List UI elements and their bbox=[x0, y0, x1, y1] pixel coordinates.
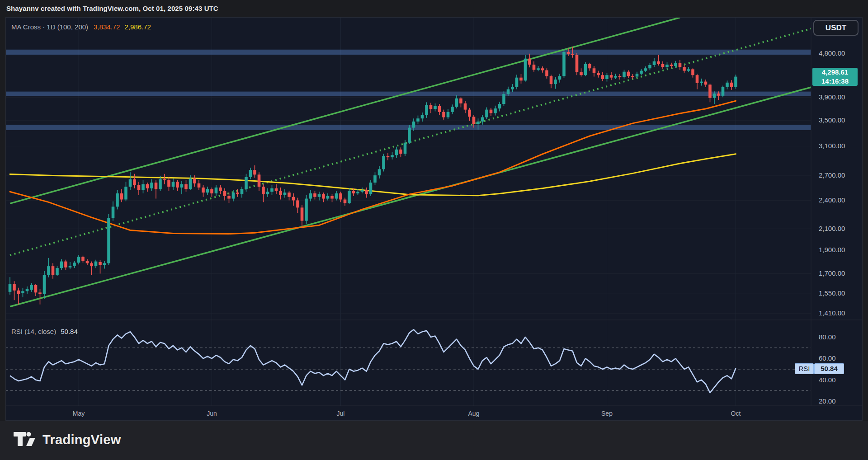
candle-body bbox=[726, 83, 729, 87]
candle bbox=[124, 182, 127, 201]
candle-body bbox=[696, 75, 699, 83]
candle-body bbox=[657, 61, 660, 64]
candle-body bbox=[198, 183, 201, 188]
candle bbox=[593, 66, 596, 76]
candle bbox=[683, 65, 686, 73]
candle-body bbox=[498, 104, 501, 108]
candle-body bbox=[614, 76, 617, 77]
candle bbox=[292, 193, 295, 206]
candle bbox=[468, 108, 471, 121]
trendline-channel-mid[interactable] bbox=[10, 28, 813, 255]
candle bbox=[81, 256, 85, 263]
candle bbox=[266, 188, 269, 197]
candle-body bbox=[464, 103, 467, 110]
price-axis[interactable]: 4,800.003,900.003,500.003,100.002,700.00… bbox=[819, 49, 845, 405]
candle bbox=[348, 188, 351, 204]
ma-cross-legend-label: MA Cross · 1D (100, 200) bbox=[11, 23, 88, 31]
candle-body bbox=[318, 194, 321, 197]
chart-canvas[interactable]: 4,800.003,900.003,500.003,100.002,700.00… bbox=[6, 18, 863, 421]
candle bbox=[270, 185, 274, 195]
candle-body bbox=[722, 87, 725, 96]
candle bbox=[365, 188, 368, 198]
candle-body bbox=[356, 192, 359, 193]
candle-body bbox=[640, 71, 643, 74]
candle bbox=[326, 193, 330, 200]
candle bbox=[636, 72, 639, 78]
candle bbox=[313, 191, 316, 199]
candle-body bbox=[623, 72, 626, 77]
candle-body bbox=[296, 200, 299, 207]
candle-body bbox=[507, 89, 510, 94]
candle bbox=[133, 174, 136, 188]
candle bbox=[387, 153, 390, 160]
candle bbox=[425, 102, 428, 118]
candle bbox=[253, 165, 256, 178]
candle bbox=[210, 188, 213, 197]
candle bbox=[60, 259, 63, 270]
candle bbox=[618, 74, 622, 80]
candle-body bbox=[129, 179, 132, 187]
candle bbox=[580, 68, 583, 76]
candle bbox=[627, 70, 630, 78]
candle-body bbox=[142, 184, 145, 190]
candle-body bbox=[283, 192, 287, 195]
candle-body bbox=[206, 189, 209, 192]
rsi-legend[interactable]: RSI (14, close)50.84 bbox=[11, 328, 78, 335]
candle-body bbox=[275, 188, 278, 191]
candle-body bbox=[313, 193, 316, 197]
candle-body bbox=[193, 178, 196, 183]
candle bbox=[610, 72, 613, 80]
candle-body bbox=[81, 257, 85, 261]
candle bbox=[464, 101, 467, 113]
tradingview-logo[interactable]: TradingView bbox=[14, 431, 121, 449]
candle bbox=[670, 63, 673, 68]
candle bbox=[734, 75, 737, 89]
candle bbox=[99, 260, 102, 273]
candle-body bbox=[562, 52, 566, 76]
candle-body bbox=[387, 156, 390, 157]
candle-body bbox=[21, 291, 24, 293]
quote-currency-button[interactable]: USDT bbox=[813, 20, 859, 36]
candle-body bbox=[434, 106, 437, 109]
trendline-channel-top[interactable] bbox=[10, 18, 680, 203]
rsi-tick-label: 20.00 bbox=[819, 397, 836, 405]
candle bbox=[378, 166, 381, 178]
price-tick-label: 1,900.00 bbox=[819, 246, 845, 253]
price-tick-label: 1,410.00 bbox=[819, 309, 845, 317]
rsi-badge-value: 50.84 bbox=[814, 363, 844, 374]
candle bbox=[30, 283, 33, 292]
candle bbox=[490, 108, 493, 116]
candle-body bbox=[365, 190, 368, 194]
candle-body bbox=[270, 188, 274, 192]
price-tick-label: 1,700.00 bbox=[819, 269, 845, 277]
tradingview-snapshot: Shayannv created with TradingView.com, O… bbox=[0, 0, 868, 460]
candle-body bbox=[447, 112, 450, 117]
rsi-value-badge: RSI 50.84 bbox=[795, 363, 844, 374]
candle bbox=[644, 66, 647, 72]
candle bbox=[176, 180, 179, 191]
candle bbox=[498, 102, 501, 111]
candle bbox=[408, 125, 411, 144]
last-price-value: 4,298.61 bbox=[812, 68, 858, 77]
candle-body bbox=[687, 69, 690, 70]
candle-body bbox=[554, 80, 557, 84]
candle bbox=[223, 188, 226, 201]
rsi-tick-label: 40.00 bbox=[819, 376, 836, 384]
candle-body bbox=[691, 69, 694, 75]
time-axis[interactable]: MayJunJulAugSepOct bbox=[73, 410, 741, 417]
candle-body bbox=[408, 128, 411, 143]
candle-body bbox=[73, 263, 76, 266]
candle bbox=[696, 74, 699, 89]
candle-body bbox=[399, 150, 402, 154]
candle bbox=[296, 198, 299, 213]
candle-body bbox=[124, 187, 127, 199]
candle bbox=[330, 194, 334, 202]
candle bbox=[434, 103, 437, 112]
ma-cross-legend[interactable]: MA Cross · 1D (100, 200)3,834.722,986.72 bbox=[11, 23, 151, 31]
candle-body bbox=[451, 107, 454, 112]
candle-body bbox=[167, 180, 170, 187]
candle-body bbox=[262, 187, 265, 194]
candle-body bbox=[253, 170, 256, 174]
candle-body bbox=[26, 289, 29, 291]
candle bbox=[193, 175, 196, 187]
